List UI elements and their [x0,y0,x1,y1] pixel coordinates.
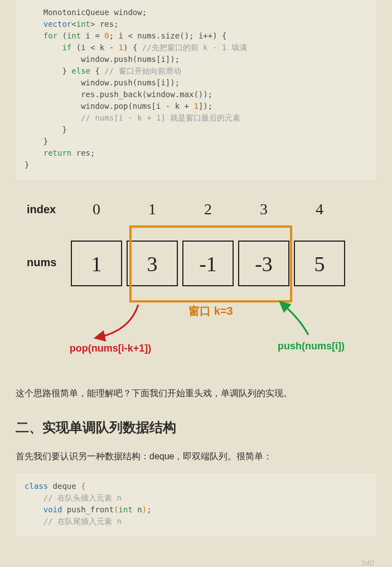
code-block-sliding-window: MonotonicQueue window; vector<int> res; … [16,0,376,180]
cell-0: 1 [91,252,102,276]
code-token: ; i < nums.size(); i++) { [109,31,227,40]
arrow-push [283,305,308,335]
window-label: 窗口 k=3 [188,305,233,317]
code-comment: // nums[i - k + 1] 就是窗口最后的元素 [81,113,240,122]
code-token: if [62,43,71,52]
code-token: ( [114,505,118,514]
diagram-svg: index 0 1 2 3 4 nums 1 3 -1 -3 5 窗口 k=3 … [21,196,356,358]
code-token: { [81,482,85,491]
code-token: res.push_back(window.max()); [81,90,212,99]
code-token: int [119,505,133,514]
pop-label: pop(nums[i-k+1]) [70,343,152,354]
code-comment: // 在队尾插入元素 n [43,517,122,526]
code-token: ) { [123,43,142,52]
code-token: > res; [90,20,119,28]
code-token: i = [81,31,104,40]
code-token: window.push(nums[i]); [81,78,180,87]
code-token: int [76,20,90,28]
code-token: ( [57,31,67,40]
cell-1: 3 [147,252,158,276]
code-token: res; [71,148,95,157]
code-token: { [90,66,104,75]
page-number: 340 [16,559,376,567]
code-token: MonotonicQueue window; [43,8,147,17]
label-nums: nums [27,256,56,268]
index-2: 2 [204,200,212,218]
label-index: index [27,203,56,215]
code-token: } [62,66,71,75]
index-3: 3 [260,200,268,218]
code-token: 1 [119,43,123,52]
arrow-pop [99,305,138,337]
code-token: deque [48,482,81,491]
code-token: (i < k - [71,43,118,52]
code-token: void [43,505,62,514]
code-token: int [67,31,81,40]
code-token: ; [147,505,151,514]
cell-3: -3 [255,252,273,276]
cell-4: 5 [314,252,325,276]
code-token: ) [142,505,147,514]
code-token: } [62,125,66,134]
code-token: window.pop(nums[i - k + [81,102,193,110]
code-token: return [43,148,72,157]
paragraph-intro: 这个思路很简单，能理解吧？下面我们开始重头戏，单调队列的实现。 [16,386,376,401]
code-token: 0 [104,31,109,40]
code-token: vector [43,20,72,28]
code-token: n [133,505,142,514]
code-token: } [25,160,29,169]
index-0: 0 [93,200,100,218]
code-token: else [71,66,90,75]
code-token: 1 [193,102,198,110]
code-token: window.push(nums[i]); [81,55,180,64]
code-token: ]); [199,102,212,110]
code-comment: //先把窗口的前 k - 1 填满 [142,43,247,52]
code-token: < [71,20,76,28]
index-1: 1 [148,200,156,218]
sliding-window-diagram: index 0 1 2 3 4 nums 1 3 -1 -3 5 窗口 k=3 … [21,196,376,361]
code-comment: // 在队头插入元素 n [43,493,122,502]
code-token: } [43,137,48,146]
code-token: for [43,31,57,40]
code-comment: // 窗口开始向前滑动 [104,66,181,75]
index-4: 4 [316,200,323,218]
page-content: MonotonicQueue window; vector<int> res; … [0,0,392,567]
section-heading-2: 二、实现单调队列数据结构 [16,419,376,436]
push-label: push(nums[i]) [278,340,345,352]
code-token: push_front [62,505,114,514]
code-block-deque: class deque { // 在队头插入元素 n void push_fro… [16,474,376,536]
paragraph-deque: 首先我们要认识另一种数据结构：deque，即双端队列。很简单： [16,449,376,464]
cell-2: -1 [199,252,217,276]
code-token: class [25,482,48,491]
